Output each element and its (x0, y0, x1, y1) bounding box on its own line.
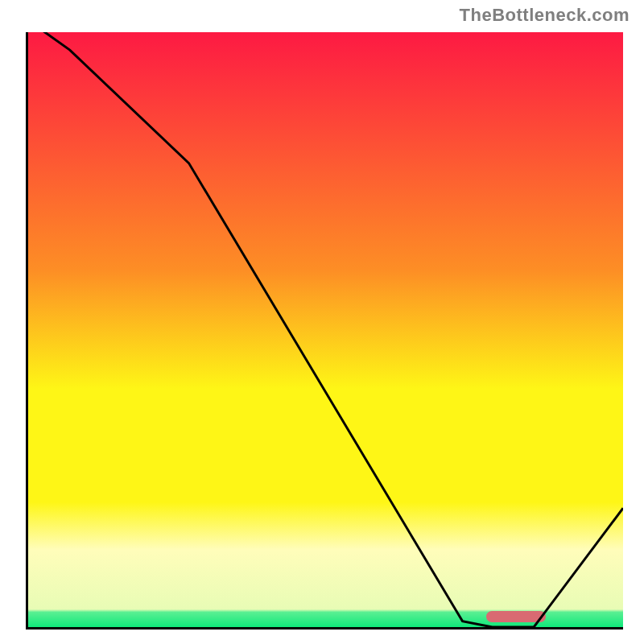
chart-frame (26, 32, 623, 630)
chart-plot-area (28, 32, 623, 627)
attribution-text: TheBottleneck.com (460, 5, 630, 26)
chart-line (28, 32, 623, 627)
chart-line-path (28, 32, 623, 627)
